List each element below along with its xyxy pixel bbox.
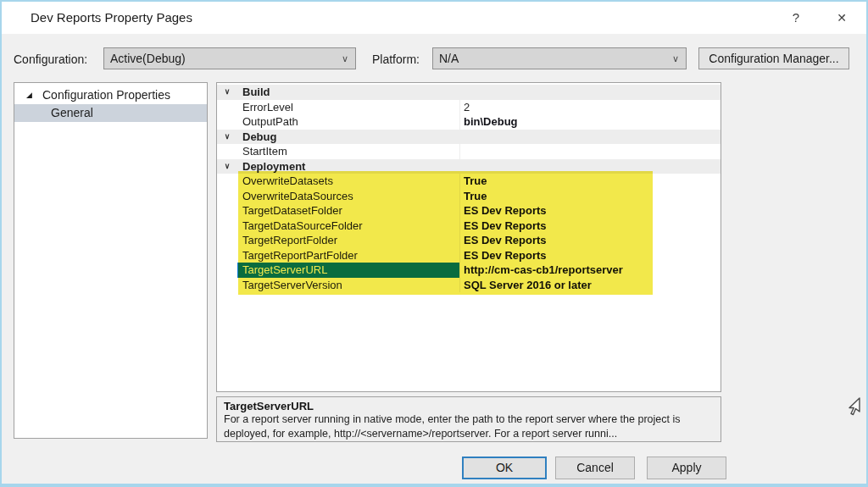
row-gutter [217, 203, 237, 219]
property-name[interactable]: TargetReportFolder [237, 233, 460, 248]
property-name[interactable]: OutputPath [237, 114, 460, 130]
close-icon[interactable]: ✕ [827, 2, 856, 34]
title-bar[interactable]: Dev Reports Property Pages ? ✕ [2, 2, 866, 34]
grid-category-row[interactable]: ∨Deployment [217, 159, 721, 174]
row-gutter [217, 219, 237, 234]
property-description-pane: TargetServerURL For a report server runn… [216, 396, 721, 442]
property-value[interactable]: ES Dev Reports [460, 233, 721, 248]
grid-property-row[interactable]: TargetReportPartFolderES Dev Reports [217, 248, 721, 263]
row-gutter [217, 100, 237, 115]
category-collapse-icon[interactable]: ∨ [217, 159, 237, 174]
chevron-down-icon: ∨ [342, 48, 348, 69]
grid-property-row[interactable]: StartItem [217, 144, 721, 159]
help-icon[interactable]: ? [783, 2, 809, 34]
property-name[interactable]: OverwriteDatasets [237, 174, 460, 189]
property-value[interactable]: ES Dev Reports [460, 219, 721, 234]
row-gutter [217, 278, 237, 293]
property-value[interactable]: bin\Debug [460, 114, 721, 130]
grid-property-row[interactable]: TargetReportFolderES Dev Reports [217, 233, 721, 248]
grid-property-row[interactable]: OverwriteDataSourcesTrue [217, 189, 721, 204]
configuration-manager-button[interactable]: Configuration Manager... [698, 47, 849, 69]
grid-property-row[interactable]: TargetServerVersionSQL Server 2016 or la… [217, 278, 721, 293]
property-name[interactable]: StartItem [237, 144, 460, 159]
configuration-dropdown[interactable]: Active(Debug) ∨ [103, 47, 356, 69]
row-gutter [217, 144, 237, 159]
grid-property-row[interactable]: OverwriteDatasetsTrue [217, 174, 721, 189]
mouse-cursor-icon [847, 396, 862, 417]
configuration-value: Active(Debug) [110, 52, 186, 65]
category-collapse-icon[interactable]: ∨ [217, 130, 237, 145]
row-gutter [217, 114, 237, 130]
chevron-down-icon: ∨ [672, 48, 679, 69]
property-value[interactable]: 2 [460, 100, 721, 115]
property-value[interactable]: True [460, 174, 721, 189]
grid-category-row[interactable]: ∨Build [217, 85, 721, 100]
dialog-title: Dev Reports Property Pages [31, 2, 192, 34]
property-name[interactable]: TargetDataSourceFolder [237, 219, 460, 234]
tree-node-general[interactable]: General [14, 104, 207, 122]
description-title: TargetServerURL [224, 400, 714, 412]
category-label: Debug [237, 130, 276, 145]
property-value[interactable]: SQL Server 2016 or later [460, 278, 721, 293]
grid-property-row[interactable]: TargetServerURLhttp://cm-cas-cb1/reports… [217, 263, 721, 278]
grid-property-row[interactable]: TargetDataSourceFolderES Dev Reports [217, 219, 721, 234]
tree-node-configuration-properties[interactable]: ◢ Configuration Properties [14, 86, 207, 104]
property-value[interactable] [460, 144, 721, 159]
grid-property-row[interactable]: ErrorLevel2 [217, 100, 721, 115]
tree-expander-icon[interactable]: ◢ [26, 86, 32, 104]
ok-button[interactable]: OK [462, 457, 547, 479]
category-collapse-icon[interactable]: ∨ [217, 85, 237, 100]
property-value[interactable]: ES Dev Reports [460, 203, 721, 219]
property-name[interactable]: TargetReportPartFolder [237, 248, 460, 263]
property-value[interactable]: True [460, 189, 721, 204]
property-grid-rows: ∨BuildErrorLevel2OutputPathbin\Debug∨Deb… [217, 85, 721, 292]
property-name[interactable]: OverwriteDataSources [237, 189, 460, 204]
grid-property-row[interactable]: OutputPathbin\Debug [217, 114, 721, 130]
grid-property-row[interactable]: TargetDatasetFolderES Dev Reports [217, 203, 721, 219]
category-label: Build [237, 85, 270, 100]
property-value[interactable]: http://cm-cas-cb1/reportserver [460, 263, 721, 278]
row-gutter [217, 189, 237, 204]
platform-dropdown[interactable]: N/A ∨ [432, 47, 687, 69]
row-gutter [217, 233, 237, 248]
tree-item-label: General [51, 104, 93, 122]
configuration-tree: ◢ Configuration Properties General [14, 82, 208, 439]
property-name[interactable]: TargetDatasetFolder [237, 203, 460, 219]
property-name[interactable]: TargetServerVersion [237, 278, 460, 293]
cancel-button[interactable]: Cancel [555, 457, 635, 479]
property-grid: ∨BuildErrorLevel2OutputPathbin\Debug∨Deb… [216, 82, 721, 392]
property-pages-dialog: Dev Reports Property Pages ? ✕ Configura… [0, 0, 868, 487]
platform-value: N/A [439, 52, 459, 65]
tree-root-label: Configuration Properties [42, 86, 170, 104]
category-label: Deployment [237, 159, 305, 174]
property-value[interactable]: ES Dev Reports [460, 248, 721, 263]
configuration-label: Configuration: [14, 53, 87, 66]
row-gutter [217, 248, 237, 263]
platform-label: Platform: [372, 53, 420, 66]
property-name[interactable]: ErrorLevel [237, 100, 460, 115]
apply-button[interactable]: Apply [647, 457, 726, 479]
grid-category-row[interactable]: ∨Debug [217, 130, 721, 145]
description-text: For a report server running in native mo… [224, 412, 714, 441]
row-gutter [217, 174, 237, 189]
row-gutter [217, 263, 237, 278]
property-name[interactable]: TargetServerURL [237, 263, 460, 278]
